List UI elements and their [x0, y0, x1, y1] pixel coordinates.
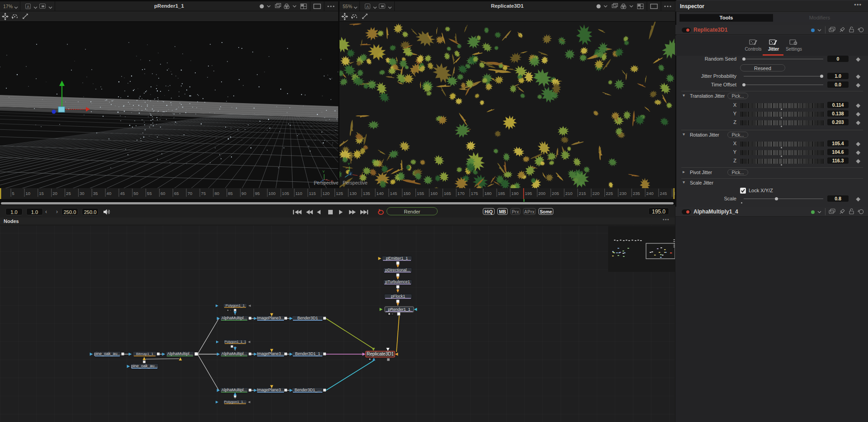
svg-text:pFlock1: pFlock1 — [391, 294, 406, 299]
svg-text:30: 30 — [80, 191, 85, 196]
svg-text:115: 115 — [309, 191, 316, 196]
svg-text:170: 170 — [458, 191, 465, 196]
svg-text:Z: Z — [349, 172, 352, 176]
svg-text:45: 45 — [120, 191, 125, 196]
svg-text:pRender1_1: pRender1_1 — [388, 307, 410, 312]
svg-text:145: 145 — [390, 191, 397, 196]
svg-text:Y: Y — [322, 170, 325, 174]
svg-text:AlphaMultipl...: AlphaMultipl... — [222, 316, 247, 320]
svg-text:Polygon1_1: Polygon1_1 — [226, 303, 245, 308]
svg-text:120: 120 — [322, 191, 330, 196]
svg-text:pine_oak_au...: pine_oak_au... — [94, 351, 121, 356]
svg-text:Y: Y — [348, 162, 350, 166]
svg-text:pine_oak_au...: pine_oak_au... — [131, 364, 158, 368]
svg-text:195: 195 — [525, 191, 532, 196]
svg-text:165: 165 — [444, 191, 451, 196]
svg-text:160: 160 — [430, 191, 438, 196]
svg-text:80: 80 — [214, 191, 219, 196]
svg-text:Polygon1_1_1: Polygon1_1_1 — [225, 340, 246, 344]
svg-text:Perspective: Perspective — [343, 180, 368, 185]
svg-text:X: X — [359, 174, 362, 178]
svg-text:Perspective: Perspective — [314, 180, 338, 185]
svg-text:50: 50 — [133, 191, 138, 196]
svg-text:135: 135 — [363, 191, 370, 196]
svg-text:85: 85 — [228, 191, 233, 196]
svg-text:AlphaMultipl...: AlphaMultipl... — [167, 351, 193, 356]
svg-text:40: 40 — [107, 191, 112, 196]
svg-text:Bender3D1_...: Bender3D1_... — [294, 388, 321, 392]
svg-text:210: 210 — [566, 191, 573, 196]
svg-text:Bender3D1_1: Bender3D1_1 — [295, 351, 321, 356]
svg-text:230: 230 — [619, 191, 627, 196]
svg-text:200: 200 — [538, 191, 546, 196]
svg-text:25: 25 — [66, 191, 71, 196]
svg-text:pDirectional...: pDirectional... — [385, 268, 410, 272]
svg-text:Bitmap1_1: Bitmap1_1 — [136, 352, 154, 356]
svg-text:110: 110 — [296, 191, 302, 196]
svg-text:185: 185 — [498, 191, 505, 196]
svg-text:Polygon1_1...: Polygon1_1... — [224, 400, 246, 404]
svg-text:130: 130 — [349, 191, 357, 196]
svg-text:150: 150 — [403, 191, 410, 196]
svg-text:205: 205 — [552, 191, 559, 196]
svg-text:140: 140 — [377, 191, 384, 196]
svg-text:75: 75 — [201, 191, 206, 196]
svg-text:245: 245 — [660, 191, 667, 196]
svg-text:155: 155 — [417, 191, 424, 196]
svg-text:AlphaMultipl...: AlphaMultipl... — [222, 351, 247, 356]
svg-text:AlphaMultipl...: AlphaMultipl... — [222, 388, 247, 392]
svg-text:125: 125 — [336, 191, 343, 196]
svg-text:pEmitter1_1: pEmitter1_1 — [386, 256, 408, 261]
svg-text:pTurbulence1: pTurbulence1 — [385, 280, 410, 284]
svg-text:235: 235 — [633, 191, 640, 196]
svg-text:95: 95 — [255, 191, 260, 196]
svg-text:100: 100 — [269, 191, 276, 196]
svg-text:90: 90 — [241, 191, 246, 196]
svg-text:175: 175 — [471, 191, 478, 196]
svg-text:10: 10 — [26, 191, 31, 196]
svg-text:70: 70 — [188, 191, 193, 196]
svg-text:215: 215 — [579, 191, 586, 196]
svg-text:ImagePlane3...: ImagePlane3... — [257, 388, 284, 392]
svg-text:180: 180 — [484, 191, 491, 196]
svg-text:240: 240 — [646, 191, 654, 196]
svg-text:190: 190 — [511, 191, 519, 196]
svg-text:Bender3D1: Bender3D1 — [297, 316, 318, 320]
svg-text:20: 20 — [52, 191, 57, 196]
svg-text:Replicate3D1: Replicate3D1 — [367, 351, 394, 356]
svg-text:220: 220 — [592, 191, 599, 196]
svg-text:55: 55 — [147, 191, 152, 196]
svg-text:35: 35 — [93, 191, 98, 196]
svg-text:60: 60 — [160, 191, 165, 196]
svg-text:65: 65 — [174, 191, 179, 196]
svg-text:ImagePlane3...: ImagePlane3... — [257, 316, 284, 320]
svg-text:225: 225 — [606, 191, 613, 196]
svg-text:15: 15 — [39, 191, 44, 196]
svg-text:105: 105 — [282, 191, 289, 196]
svg-text:ImagePlane3...: ImagePlane3... — [257, 351, 284, 356]
svg-text:5: 5 — [12, 191, 14, 196]
